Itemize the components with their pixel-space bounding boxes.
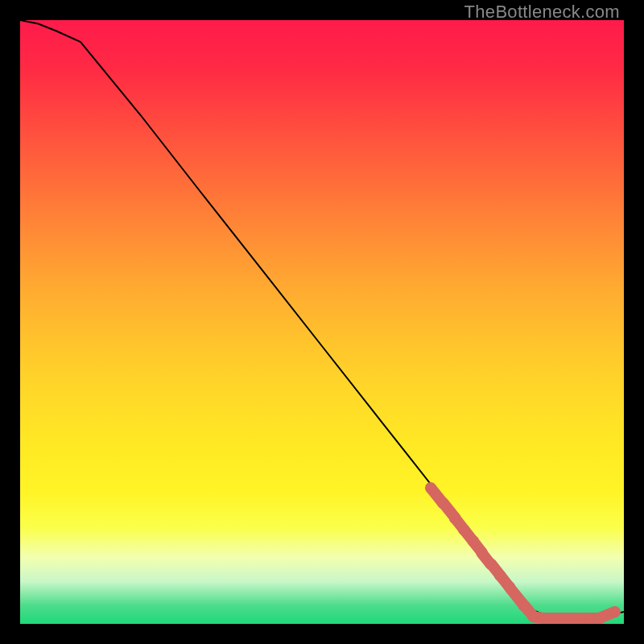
- bottleneck-curve: [20, 20, 624, 624]
- chart-frame: TheBottleneck.com: [0, 0, 644, 644]
- plot-area: [20, 20, 624, 624]
- marker-dot: [449, 513, 460, 524]
- marker-dot: [504, 581, 515, 592]
- marker-dot: [485, 559, 497, 570]
- marker-dot: [437, 497, 448, 509]
- marker-dot: [518, 601, 530, 612]
- marker-dot: [494, 570, 506, 581]
- marker-dot: [468, 535, 479, 547]
- marker-dot: [609, 606, 621, 617]
- marker-dot: [594, 613, 605, 624]
- marker-dot: [458, 524, 469, 535]
- marker-dot: [477, 547, 488, 559]
- curve-path: [20, 20, 624, 618]
- marker-dot: [425, 482, 436, 493]
